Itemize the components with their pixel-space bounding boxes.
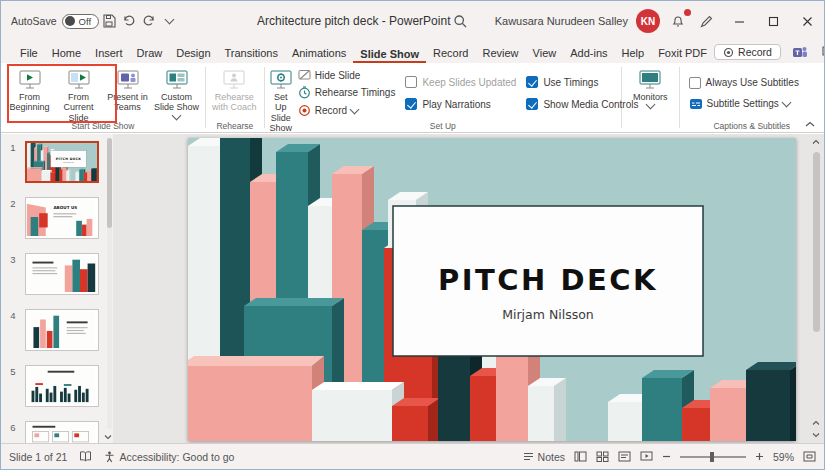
notifications-bell-icon[interactable] <box>668 11 688 31</box>
tab-design[interactable]: Design <box>169 47 217 63</box>
tab-add-ins[interactable]: Add-ins <box>563 47 614 63</box>
tab-draw[interactable]: Draw <box>130 47 170 63</box>
rehearse-with-coach-button[interactable]: Rehearse with Coach <box>210 66 259 113</box>
slide-thumbnail-2[interactable]: ABOUT US <box>25 197 99 239</box>
redo-icon[interactable] <box>139 11 159 31</box>
collapse-ribbon-button[interactable] <box>804 120 816 128</box>
zoom-out-button[interactable] <box>662 452 671 461</box>
normal-view-icon[interactable] <box>574 451 587 462</box>
reading-view-icon[interactable] <box>618 451 631 462</box>
panel-scrollbar[interactable] <box>107 138 112 429</box>
monitors-button[interactable]: Monitors <box>626 66 675 108</box>
zoom-slider-thumb[interactable] <box>710 452 714 462</box>
thumbnail-row: 4 <box>1 309 105 351</box>
panel-scrollbar-thumb[interactable] <box>107 138 112 228</box>
spellcheck-book-icon[interactable] <box>79 451 92 462</box>
play-narrations-checkbox[interactable]: Play Narrations <box>405 98 516 110</box>
keep-slides-updated-checkbox[interactable]: Keep Slides Updated <box>405 76 516 88</box>
thumbnail-row: 3 <box>1 253 105 295</box>
slide-sorter-view-icon[interactable] <box>596 451 609 462</box>
powerpoint-window: AutoSave Off Architecture pitch deck - P… <box>0 0 825 470</box>
autosave-toggle[interactable]: AutoSave Off <box>11 14 99 29</box>
chevron-down-icon <box>350 104 360 114</box>
subtitle-settings-button[interactable]: Subtitle Settings <box>689 98 790 110</box>
tab-review[interactable]: Review <box>475 47 525 63</box>
panel-scroll-down-icon[interactable] <box>103 432 113 442</box>
ribbon-tab-bar: File Home Insert Draw Design Transitions… <box>1 41 824 63</box>
checkbox-unchecked-icon <box>689 77 701 89</box>
zoom-slider[interactable] <box>680 456 746 458</box>
thumbnail-row: 6 <box>1 421 105 443</box>
save-icon[interactable] <box>99 11 119 31</box>
autosave-label: AutoSave <box>11 15 57 27</box>
tab-file[interactable]: File <box>13 47 45 63</box>
scrollbar-thumb[interactable] <box>813 152 820 332</box>
group-label-start-slide-show: Start Slide Show <box>1 121 205 132</box>
autosave-state: Off <box>79 16 92 27</box>
slide-thumbnail-1[interactable] <box>25 141 99 183</box>
notification-badge <box>684 9 691 16</box>
checkbox-checked-icon <box>405 98 417 110</box>
slide-indicator[interactable]: Slide 1 of 21 <box>9 451 67 463</box>
user-name[interactable]: Kawusara Nurudeen Salley <box>495 15 628 27</box>
previous-slide-button[interactable] <box>810 417 822 429</box>
record-dropdown-button[interactable]: Record <box>298 104 396 117</box>
custom-slide-show-button[interactable]: Custom Slide Show <box>152 66 201 119</box>
title-bar: AutoSave Off Architecture pitch deck - P… <box>1 1 824 41</box>
accessibility-status[interactable]: Accessibility: Good to go <box>104 451 234 463</box>
comments-icon[interactable] <box>819 42 825 62</box>
checkbox-checked-icon <box>526 98 538 110</box>
group-label-rehearse: Rehearse <box>206 121 264 132</box>
checkbox-checked-icon <box>526 76 538 88</box>
checkbox-unchecked-icon <box>405 76 417 88</box>
slide-thumbnail-5[interactable] <box>25 365 99 407</box>
tab-animations[interactable]: Animations <box>285 47 353 63</box>
avatar[interactable]: KN <box>636 9 660 33</box>
slideshow-view-icon[interactable] <box>640 451 653 462</box>
slide-number: 2 <box>1 197 25 209</box>
slide-number: 4 <box>1 309 25 321</box>
workspace: 1 2 ABOUT US 3 4 <box>1 134 824 443</box>
zoom-level[interactable]: 59% <box>773 451 794 463</box>
close-button[interactable] <box>790 1 824 41</box>
scroll-up-icon[interactable] <box>810 136 822 148</box>
minimize-button[interactable] <box>722 1 756 41</box>
from-beginning-button[interactable]: From Beginning <box>5 66 54 113</box>
tab-slide-show[interactable]: Slide Show <box>353 48 426 64</box>
thumbnail-row: 2 ABOUT US <box>1 197 105 239</box>
slide-thumbnail-4[interactable] <box>25 309 99 351</box>
ink-pen-icon[interactable] <box>696 11 716 31</box>
present-in-teams-button[interactable]: Present in Teams <box>103 66 152 113</box>
tab-view[interactable]: View <box>526 47 564 63</box>
tab-insert[interactable]: Insert <box>88 47 130 63</box>
rehearse-timings-button[interactable]: Rehearse Timings <box>298 86 396 99</box>
slide-number: 6 <box>1 421 25 433</box>
undo-icon[interactable] <box>119 11 139 31</box>
tab-transitions[interactable]: Transitions <box>218 47 285 63</box>
tab-record[interactable]: Record <box>426 47 475 63</box>
scrollbar-track[interactable] <box>810 148 822 417</box>
from-current-slide-button[interactable]: From Current Slide <box>54 66 103 123</box>
zoom-in-button[interactable] <box>755 452 764 461</box>
slide-number: 3 <box>1 253 25 265</box>
slide-thumbnail-6[interactable] <box>25 421 99 443</box>
teams-icon[interactable] <box>790 42 810 62</box>
quick-access-chevron-icon[interactable] <box>159 11 179 31</box>
search-icon[interactable] <box>451 11 471 31</box>
tab-foxit-pdf[interactable]: Foxit PDF <box>651 47 714 63</box>
accessibility-icon <box>104 451 115 463</box>
slide-thumbnail-3[interactable] <box>25 253 99 295</box>
slide-thumbnail-panel: 1 2 ABOUT US 3 4 <box>1 134 113 443</box>
tab-home[interactable]: Home <box>45 47 88 63</box>
maximize-button[interactable] <box>756 1 790 41</box>
notes-button[interactable]: Notes <box>523 451 565 463</box>
record-button[interactable]: Record <box>714 44 781 60</box>
toggle-knob <box>65 16 75 26</box>
fit-slide-to-window-icon[interactable] <box>803 451 816 462</box>
always-use-subtitles-checkbox[interactable]: Always Use Subtitles <box>689 77 799 89</box>
hide-slide-button[interactable]: Hide Slide <box>298 69 396 81</box>
next-slide-button[interactable] <box>810 429 822 441</box>
slide-canvas <box>113 134 824 443</box>
current-slide[interactable] <box>188 138 796 441</box>
tab-help[interactable]: Help <box>615 47 652 63</box>
